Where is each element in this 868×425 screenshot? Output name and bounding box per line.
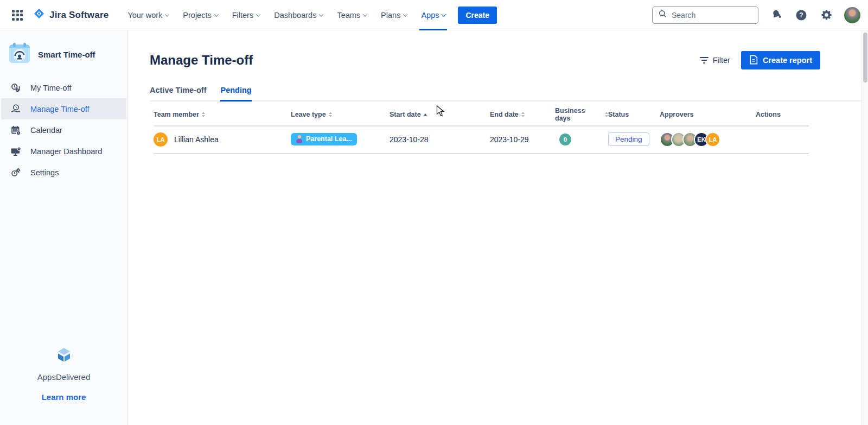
- sidebar-item-label: My Time-off: [30, 84, 71, 92]
- sidebar-item-label: Manager Dashboard: [30, 147, 102, 156]
- help-icon[interactable]: ?: [794, 8, 808, 22]
- chevron-down-icon: [319, 12, 323, 16]
- tab-active-time-off[interactable]: Active Time-off: [150, 86, 206, 102]
- nav-item-projects[interactable]: Projects: [176, 0, 225, 30]
- column-header-end-date[interactable]: End date: [490, 111, 555, 118]
- appsdelivered-logo-icon: [0, 348, 127, 367]
- status-cell: Pending: [608, 132, 660, 146]
- filter-label: Filter: [713, 56, 730, 65]
- leave-type-badge: Parental Lea...: [291, 133, 357, 145]
- column-header-leave-type[interactable]: Leave type: [291, 111, 390, 118]
- chevron-down-icon: [403, 12, 407, 16]
- leave-type-cell: Parental Lea...: [291, 133, 390, 145]
- app-switcher-icon[interactable]: [9, 7, 26, 24]
- sort-icon: [329, 112, 332, 117]
- nav-item-teams[interactable]: Teams: [330, 0, 374, 30]
- top-navigation: Jira Software Your workProjectsFiltersDa…: [0, 0, 868, 30]
- table-header: Team memberLeave typeStart dateEnd dateB…: [154, 104, 809, 126]
- sort-up-arrow: [202, 112, 205, 114]
- sidebar-item-label: Calendar: [30, 126, 62, 135]
- manage-time-icon: [9, 103, 22, 115]
- dashboard-icon: [9, 145, 22, 157]
- nav-item-your-work[interactable]: Your work: [120, 0, 176, 30]
- settings-gear-icon[interactable]: [819, 8, 833, 22]
- sort-up-arrow: [521, 112, 525, 114]
- create-report-button[interactable]: Create report: [741, 51, 820, 69]
- column-header-start-date[interactable]: Start date: [390, 111, 490, 118]
- nav-item-apps[interactable]: Apps: [414, 0, 452, 30]
- column-label: End date: [490, 111, 519, 118]
- nav-item-label: Plans: [381, 11, 400, 20]
- user-avatar[interactable]: [844, 7, 860, 23]
- pregnant-person-icon: [296, 135, 303, 143]
- column-header-team-member[interactable]: Team member: [154, 111, 291, 118]
- start-date-cell: 2023-10-28: [390, 135, 490, 144]
- table-body: LALillian AshleaParental Lea...2023-10-2…: [154, 126, 809, 154]
- svg-text:?: ?: [799, 11, 803, 19]
- column-label: Status: [608, 111, 629, 118]
- table-row: LALillian AshleaParental Lea...2023-10-2…: [154, 126, 809, 152]
- smart-timeoff-app-icon: [9, 42, 30, 66]
- column-label: Leave type: [291, 111, 326, 118]
- sort-down-arrow: [521, 115, 525, 117]
- filter-button[interactable]: Filter: [700, 56, 730, 65]
- time-sync-icon: [9, 82, 22, 94]
- sort-up-arrow: [424, 113, 427, 116]
- nav-item-filters[interactable]: Filters: [225, 0, 267, 30]
- nav-item-plans[interactable]: Plans: [374, 0, 414, 30]
- sidebar-item-settings[interactable]: Settings: [1, 162, 126, 183]
- member-avatar: LA: [154, 132, 168, 147]
- sidebar-nav: My Time-offManage Time-offCalendarManage…: [0, 77, 127, 183]
- member-name: Lillian Ashlea: [174, 135, 219, 144]
- status-badge: Pending: [608, 132, 649, 146]
- vertical-scrollbar[interactable]: [861, 30, 868, 425]
- app-name: Smart Time-off: [38, 50, 95, 59]
- sidebar: Smart Time-off My Time-offManage Time-of…: [0, 30, 128, 425]
- column-label: Approvers: [660, 111, 694, 118]
- chevron-down-icon: [165, 12, 169, 16]
- chevron-down-icon: [214, 12, 218, 16]
- business-days-badge: 0: [559, 134, 571, 145]
- sidebar-item-label: Manage Time-off: [30, 105, 90, 113]
- search-icon: [658, 9, 667, 21]
- tab-pending[interactable]: Pending: [220, 86, 251, 102]
- app-header: Smart Time-off: [0, 30, 127, 77]
- search-input[interactable]: [672, 11, 742, 20]
- create-report-label: Create report: [763, 56, 812, 65]
- sort-icon: [202, 112, 205, 117]
- jira-logo[interactable]: Jira Software: [33, 8, 108, 23]
- global-search[interactable]: [652, 7, 758, 24]
- nav-item-label: Filters: [232, 11, 253, 20]
- sort-up-arrow: [329, 112, 332, 114]
- nav-item-label: Teams: [337, 11, 360, 20]
- sidebar-item-manager-dashboard[interactable]: Manager Dashboard: [1, 141, 126, 162]
- settings-clock-icon: [9, 167, 22, 179]
- sidebar-item-calendar[interactable]: Calendar: [1, 119, 126, 141]
- column-label: Actions: [756, 111, 781, 118]
- main-content: Manage Time-off Filter Create report Act…: [129, 30, 861, 425]
- document-icon: [749, 55, 758, 66]
- sidebar-item-label: Settings: [30, 168, 59, 177]
- learn-more-link[interactable]: Learn more: [42, 392, 86, 402]
- sort-down-arrow: [202, 115, 205, 117]
- sidebar-item-manage-time-off[interactable]: Manage Time-off: [1, 98, 126, 119]
- column-label: Team member: [154, 111, 199, 118]
- nav-item-label: Dashboards: [274, 11, 316, 20]
- column-header-actions: Actions: [756, 111, 809, 118]
- appsdelivered-brand: AppsDelivered: [0, 372, 127, 382]
- nav-item-label: Projects: [183, 11, 211, 20]
- calendar-icon: [9, 124, 22, 136]
- create-button[interactable]: Create: [458, 7, 497, 24]
- timeoff-table: Team memberLeave typeStart dateEnd dateB…: [154, 104, 809, 154]
- page-title: Manage Time-off: [150, 53, 700, 68]
- filter-icon: [700, 57, 709, 64]
- notifications-bell-icon[interactable]: [769, 8, 783, 22]
- nav-item-label: Your work: [127, 11, 162, 20]
- business-days-cell: 0: [555, 134, 608, 145]
- nav-item-dashboards[interactable]: Dashboards: [267, 0, 330, 30]
- sidebar-item-my-time-off[interactable]: My Time-off: [1, 77, 126, 98]
- scrollbar-thumb[interactable]: [863, 33, 867, 83]
- sort-icon: [521, 112, 525, 117]
- column-header-business-days[interactable]: Business days: [555, 107, 608, 122]
- approver-avatar[interactable]: LA: [705, 132, 720, 147]
